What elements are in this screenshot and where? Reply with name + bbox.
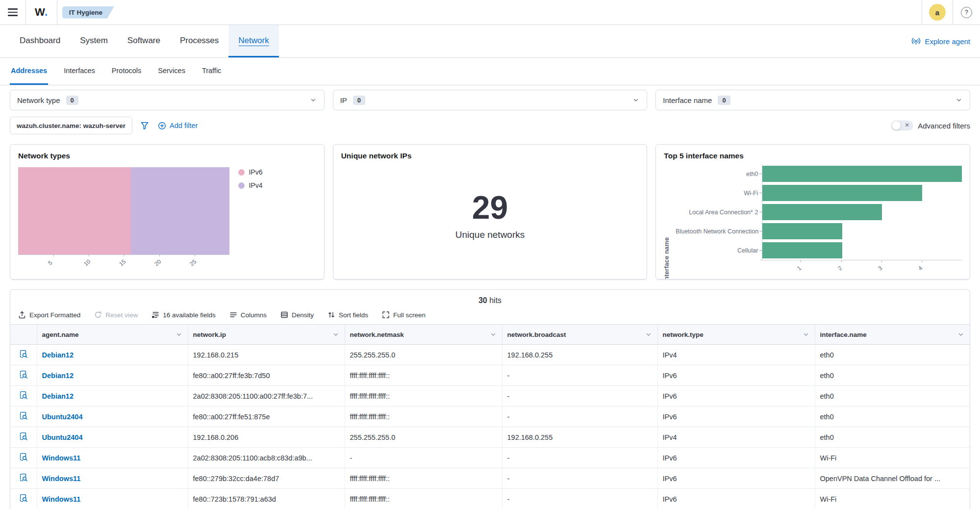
breadcrumb[interactable]: IT Hygiene — [62, 6, 114, 19]
bar-segment-ipv6 — [18, 167, 131, 254]
inspect-row-button[interactable] — [10, 386, 37, 407]
agent-link[interactable]: Ubuntu2404 — [42, 433, 83, 441]
subtab-addresses[interactable]: Addresses — [10, 58, 48, 85]
hamburger-menu-icon[interactable] — [8, 8, 18, 16]
inspect-row-button[interactable] — [10, 427, 37, 448]
help-icon[interactable] — [961, 7, 972, 18]
inspect-row-button[interactable] — [10, 468, 37, 489]
subtab-services[interactable]: Services — [157, 58, 186, 85]
chevron-down-icon — [175, 331, 183, 338]
toolbar-button-label: 16 available fields — [163, 311, 215, 319]
inspect-row-button[interactable] — [10, 407, 37, 427]
cell-network-broadcast: - — [502, 386, 657, 407]
x-tick-label: 25 — [188, 258, 198, 267]
table-row: Debian12192.168.0.215255.255.255.0192.16… — [10, 345, 970, 365]
table-row: Windows11fe80::723b:1578:791:a63dffff:ff… — [10, 489, 970, 509]
network-types-chart: 510152025 — [18, 167, 229, 271]
agent-link[interactable]: Ubuntu2404 — [42, 413, 83, 421]
inspect-document-icon — [19, 493, 28, 503]
hits-count: 30 hits — [10, 296, 970, 305]
cell-interface-name: eth0 — [815, 386, 970, 407]
filter-select-label: Network type — [17, 96, 60, 104]
avatar[interactable]: a — [929, 4, 946, 21]
sort-fields-button[interactable]: Sort fields — [327, 311, 368, 319]
subtab-interfaces[interactable]: Interfaces — [63, 58, 96, 85]
tab-dashboard[interactable]: Dashboard — [10, 25, 70, 57]
column-header-network-ip[interactable]: network.ip — [188, 325, 345, 345]
columns-button[interactable]: Columns — [229, 311, 267, 319]
antenna-icon — [911, 37, 921, 46]
subtab-protocols[interactable]: Protocols — [111, 58, 142, 85]
sort-icon — [327, 311, 335, 319]
chart-legend: IPv6IPv4 — [229, 167, 316, 271]
filter-select-label: Interface name — [663, 96, 712, 104]
filter-select-ip[interactable]: IP0 — [333, 90, 648, 110]
cell-network-ip: fe80::279b:32cc:da4e:78d7 — [188, 468, 345, 489]
column-header-network-type[interactable]: network.type — [657, 325, 815, 345]
inspect-row-button[interactable] — [10, 365, 37, 386]
wazuh-logo[interactable]: W. — [35, 6, 48, 19]
agent-link[interactable]: Debian12 — [42, 351, 74, 359]
column-header-label: network.type — [663, 331, 704, 338]
table-row: Ubuntu2404fe80::a00:27ff:fe51:875effff:f… — [10, 407, 970, 427]
count-badge: 0 — [66, 96, 78, 105]
16-available-fields-button[interactable]: 16 available fields — [151, 311, 215, 319]
column-header-network-netmask[interactable]: network.netmask — [345, 325, 502, 345]
agent-link[interactable]: Windows11 — [42, 454, 81, 462]
top5-interfaces-panel: Top 5 interface names Interface name eth… — [655, 144, 970, 280]
column-header-interface-name[interactable]: interface.name — [815, 325, 970, 345]
chevron-down-icon — [309, 96, 317, 104]
cell-network-ip: fe80::a00:27ff:fe51:875e — [188, 407, 345, 427]
column-header-network-broadcast[interactable]: network.broadcast — [502, 325, 657, 345]
explore-agent-button[interactable]: Explore agent — [911, 25, 970, 57]
panel-title: Top 5 interface names — [664, 152, 962, 160]
chevron-down-icon — [332, 331, 340, 338]
columns-icon — [229, 311, 237, 319]
tab-processes[interactable]: Processes — [170, 25, 228, 57]
row-control-column-header — [10, 325, 37, 345]
legend-item-ipv4[interactable]: IPv4 — [238, 181, 316, 189]
inspect-row-button[interactable] — [10, 345, 37, 365]
advanced-filters-toggle[interactable] — [891, 121, 913, 130]
agent-link[interactable]: Windows11 — [42, 475, 81, 483]
inspect-row-button[interactable] — [10, 489, 37, 509]
toolbar-button-label: Reset view — [105, 311, 138, 319]
full-screen-button[interactable]: Full screen — [382, 311, 426, 319]
filter-select-network-type[interactable]: Network type0 — [10, 90, 325, 110]
agent-link[interactable]: Debian12 — [42, 392, 74, 400]
density-button[interactable]: Density — [280, 311, 314, 319]
column-header-label: agent.name — [42, 331, 79, 338]
legend-label: IPv4 — [249, 181, 262, 189]
chevron-down-icon — [632, 96, 640, 104]
export-formatted-button[interactable]: Export Formatted — [18, 311, 80, 319]
chevron-down-icon — [957, 331, 965, 338]
refresh-icon — [94, 311, 102, 319]
legend-label: IPv6 — [249, 168, 262, 176]
agent-link[interactable]: Windows11 — [42, 495, 81, 503]
category-label: Cellular — [676, 247, 759, 254]
filter-selects-row: Network type0IP0Interface name0 — [0, 85, 980, 110]
column-header-label: network.broadcast — [507, 331, 566, 338]
filter-select-interface-name[interactable]: Interface name0 — [655, 90, 970, 110]
inspect-document-icon — [19, 432, 28, 441]
network-types-panel: Network types 510152025 IPv6IPv4 — [10, 144, 325, 280]
table-row: Ubuntu2404192.168.0.206255.255.255.0192.… — [10, 427, 970, 448]
cell-agent-name: Windows11 — [37, 468, 188, 489]
tab-network[interactable]: Network — [228, 25, 278, 57]
divider — [922, 0, 922, 25]
toolbar-button-label: Full screen — [393, 311, 426, 319]
add-filter-button[interactable]: Add filter — [158, 122, 198, 130]
cell-network-type: IPv6 — [657, 365, 815, 386]
cell-network-netmask: ffff:ffff:ffff:ffff:: — [345, 468, 502, 489]
agent-link[interactable]: Debian12 — [42, 372, 74, 380]
tab-system[interactable]: System — [70, 25, 118, 57]
cell-agent-name: Windows11 — [37, 489, 188, 509]
pinned-filter-pill[interactable]: wazuh.cluster.name: wazuh-server — [10, 117, 132, 134]
legend-item-ipv6[interactable]: IPv6 — [238, 168, 316, 176]
funnel-icon[interactable] — [140, 121, 149, 130]
subtab-traffic[interactable]: Traffic — [201, 58, 222, 85]
cell-network-ip: 2a02:8308:205:1100:acb8:c83d:a9b... — [188, 448, 345, 468]
tab-software[interactable]: Software — [118, 25, 170, 57]
inspect-row-button[interactable] — [10, 448, 37, 468]
column-header-agent-name[interactable]: agent.name — [37, 325, 188, 345]
